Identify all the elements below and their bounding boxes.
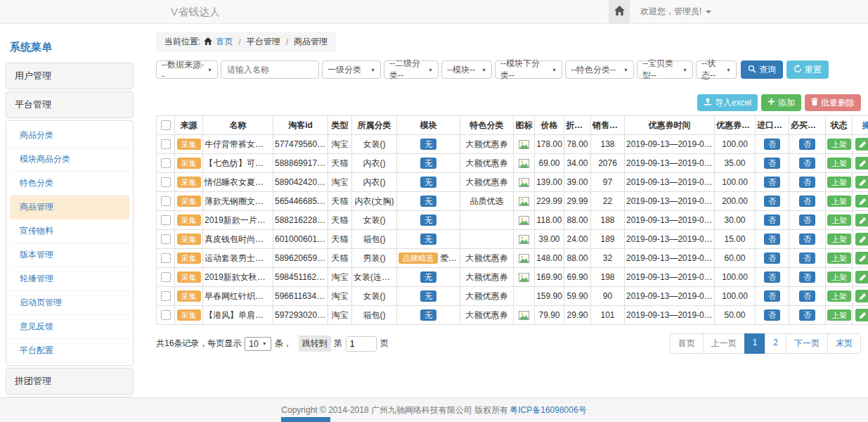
sidebar-subitem[interactable]: 意见反馈 (10, 315, 129, 339)
row-checkbox[interactable] (161, 158, 171, 168)
row-checkbox[interactable] (161, 253, 171, 263)
product-image-icon (519, 216, 529, 225)
pager-item[interactable]: 1 (744, 333, 766, 354)
import-select-badge[interactable]: 否 (764, 290, 780, 302)
filter-select[interactable]: --二级分类--▼ (384, 60, 439, 79)
edit-button[interactable] (855, 290, 868, 302)
edit-button[interactable] (855, 233, 868, 245)
sidebar-subitem[interactable]: 轮播管理 (10, 267, 129, 291)
product-category: 女装() (363, 215, 386, 225)
pager-item[interactable]: 首页 (670, 333, 704, 354)
icp-link[interactable]: 粤ICP备16098006号 (510, 404, 586, 416)
reset-button[interactable]: 重置 (786, 60, 829, 79)
filter-select[interactable]: --宝贝类型--▼ (637, 60, 693, 79)
status-badge[interactable]: 上架 (827, 234, 851, 245)
status-badge[interactable]: 上架 (827, 309, 851, 321)
import-select-badge[interactable]: 否 (764, 309, 780, 321)
sidebar-item[interactable]: 拼团管理 (6, 368, 134, 395)
home-button[interactable] (609, 0, 630, 23)
filter-select[interactable]: --模块--▼ (441, 60, 492, 79)
pager-item[interactable]: 上一页 (703, 333, 745, 354)
row-checkbox[interactable] (161, 310, 171, 320)
add-button[interactable]: 添加 (761, 94, 801, 111)
import-select-badge[interactable]: 否 (764, 158, 780, 170)
import-select-badge[interactable]: 否 (764, 196, 780, 207)
import-select-badge[interactable]: 否 (764, 215, 780, 226)
edit-button[interactable] (855, 271, 868, 283)
must-buy-badge[interactable]: 否 (799, 271, 815, 283)
filter-select[interactable]: 一级分类▼ (322, 60, 381, 79)
select-all-checkbox[interactable] (161, 120, 171, 130)
import-select-badge[interactable]: 否 (764, 139, 780, 151)
edit-button[interactable] (855, 252, 868, 264)
edit-button[interactable] (855, 176, 868, 188)
jump-to-label[interactable]: 跳转到 (299, 335, 331, 352)
row-checkbox[interactable] (161, 139, 171, 149)
pager-item[interactable]: 2 (765, 333, 786, 354)
top-navbar: V省钱达人 欢迎您，管理员! (0, 0, 868, 24)
row-checkbox[interactable] (161, 234, 171, 244)
filter-select[interactable]: --状态--▼ (696, 60, 737, 79)
row-checkbox[interactable] (161, 291, 171, 301)
sidebar-item[interactable]: 用户管理 (6, 63, 134, 89)
must-buy-badge[interactable]: 否 (799, 309, 815, 321)
chevron-down-icon: ▼ (428, 68, 433, 72)
source-badge: 采集 (177, 234, 201, 245)
edit-button[interactable] (855, 138, 868, 151)
status-badge[interactable]: 上架 (827, 196, 851, 207)
must-buy-badge[interactable]: 否 (799, 234, 815, 245)
row-checkbox[interactable] (161, 272, 171, 282)
sidebar-subitem[interactable]: 特色分类 (10, 172, 129, 196)
status-badge[interactable]: 上架 (827, 139, 851, 151)
sidebar-subitem[interactable]: 启动页管理 (10, 291, 129, 315)
sidebar-subitem[interactable]: 宣传物料 (10, 219, 129, 243)
must-buy-badge[interactable]: 否 (799, 139, 815, 151)
row-checkbox[interactable] (161, 196, 171, 206)
row-checkbox[interactable] (161, 177, 171, 187)
must-buy-badge[interactable]: 否 (799, 177, 815, 188)
batch-delete-button[interactable]: 批量删除 (805, 94, 861, 111)
sidebar-subitem[interactable]: 平台配置 (10, 339, 129, 362)
sidebar-subitem[interactable]: 模块商品分类 (10, 148, 129, 172)
breadcrumb-home-link[interactable]: 首页 (216, 36, 233, 48)
sidebar-item[interactable]: 平台管理 (6, 91, 134, 118)
import-select-badge[interactable]: 否 (764, 252, 780, 264)
filter-select-label: --模块下分类-- (500, 58, 549, 82)
import-excel-button[interactable]: 导入excel (697, 94, 758, 111)
sidebar-subitem[interactable]: 商品管理 (10, 196, 129, 219)
filter-select[interactable]: --模块下分类--▼ (495, 60, 562, 79)
edit-button[interactable] (855, 309, 868, 321)
must-buy-badge[interactable]: 否 (799, 215, 815, 226)
user-menu[interactable]: 欢迎您，管理员! (630, 0, 722, 23)
edit-button[interactable] (855, 195, 868, 207)
search-input[interactable] (221, 60, 319, 79)
sidebar-subitem[interactable]: 版本管理 (10, 243, 129, 267)
table-row: 采集运动套装男士卫衣初秋...589620659791天猫男装()品牌精选爱上运… (157, 249, 868, 268)
breadcrumb: 当前位置: 首页 / 平台管理 / 商品管理 (156, 32, 336, 52)
pager-item[interactable]: 下一页 (786, 333, 828, 354)
page-number-input[interactable] (346, 336, 377, 352)
import-select-badge[interactable]: 否 (764, 177, 780, 188)
must-buy-badge[interactable]: 否 (799, 252, 815, 264)
per-page-select[interactable]: 10 ▼ (245, 337, 271, 351)
edit-button[interactable] (855, 214, 868, 226)
query-button[interactable]: 查询 (741, 60, 783, 79)
status-badge[interactable]: 上架 (827, 271, 851, 283)
pager-item[interactable]: 末页 (827, 333, 861, 354)
per-page-value: 10 (249, 339, 258, 349)
status-badge[interactable]: 上架 (827, 177, 851, 188)
row-checkbox[interactable] (161, 215, 171, 225)
import-select-badge[interactable]: 否 (764, 234, 780, 245)
status-badge[interactable]: 上架 (827, 290, 851, 302)
sidebar-subitem[interactable]: 商品分类 (10, 124, 129, 148)
must-buy-badge[interactable]: 否 (799, 290, 815, 302)
filter-select[interactable]: --数据来源--▼ (156, 60, 218, 79)
edit-button[interactable] (855, 157, 868, 170)
status-badge[interactable]: 上架 (827, 215, 851, 226)
must-buy-badge[interactable]: 否 (799, 158, 815, 170)
status-badge[interactable]: 上架 (827, 158, 851, 170)
filter-select[interactable]: --特色分类--▼ (565, 60, 634, 79)
import-select-badge[interactable]: 否 (764, 271, 780, 283)
must-buy-badge[interactable]: 否 (799, 196, 815, 207)
status-badge[interactable]: 上架 (827, 252, 851, 264)
